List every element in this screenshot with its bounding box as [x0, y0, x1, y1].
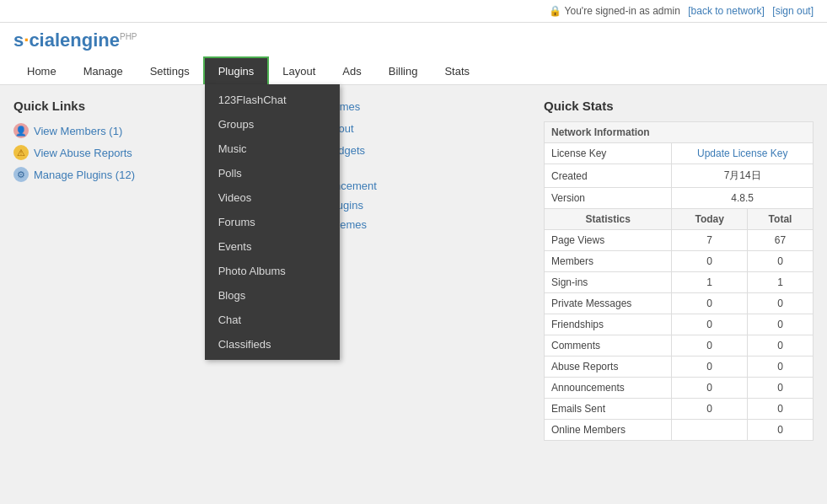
stat-today: 1: [672, 272, 748, 293]
stat-label: Announcements: [545, 378, 672, 399]
nav-home[interactable]: Home: [13, 56, 70, 84]
dropdown-item-photo-albums[interactable]: Photo Albums: [205, 259, 340, 283]
stat-total: 0: [748, 378, 814, 399]
dropdown-item-forums[interactable]: Forums: [205, 210, 340, 234]
stat-today: [672, 420, 748, 441]
dropdown-item-music[interactable]: Music: [205, 137, 340, 161]
logo-text: s·cialengine: [13, 29, 120, 51]
stat-row: Online Members 0: [545, 420, 814, 441]
stat-row: Private Messages 0 0: [545, 293, 814, 314]
sign-out-link[interactable]: [sign out]: [772, 5, 814, 17]
stat-today: 0: [672, 378, 748, 399]
back-to-network-link[interactable]: [back to network]: [688, 5, 765, 17]
today-label: Today: [672, 209, 748, 230]
stat-today: 0: [672, 399, 748, 420]
nav-ads[interactable]: Ads: [329, 56, 374, 84]
stat-total: 67: [748, 230, 814, 251]
stat-row: Announcements 0 0: [545, 378, 814, 399]
dropdown-item-events[interactable]: Events: [205, 234, 340, 259]
stat-row: Comments 0 0: [545, 335, 814, 357]
stat-label: Comments: [545, 335, 672, 357]
lock-icon: 🔒: [549, 5, 561, 17]
dropdown-item-chat[interactable]: Chat: [205, 308, 340, 332]
view-members-label: View Members (1): [34, 125, 122, 137]
stat-total: 0: [748, 251, 814, 272]
stat-label: Sign-ins: [545, 272, 672, 293]
nav-layout[interactable]: Layout: [269, 56, 329, 84]
gear-icon: ⚙: [13, 167, 29, 182]
manage-plugins-label: Manage Plugins (12): [34, 169, 135, 181]
statistics-label: Statistics: [545, 209, 672, 230]
stat-today: 7: [672, 230, 748, 251]
stat-label: Private Messages: [545, 293, 672, 314]
nav-settings[interactable]: Settings: [137, 56, 203, 84]
view-abuse-label: View Abuse Reports: [34, 147, 132, 159]
stat-row: Emails Sent 0 0: [545, 399, 814, 420]
stat-today: 0: [672, 251, 748, 272]
nav-plugins[interactable]: Plugins 123FlashChat Groups Music Polls …: [203, 56, 270, 84]
nav-billing[interactable]: Billing: [375, 56, 432, 84]
topbar: 🔒 You're signed-in as admin [back to net…: [0, 0, 827, 23]
dropdown-item-blogs[interactable]: Blogs: [205, 283, 340, 308]
nav-stats[interactable]: Stats: [431, 56, 483, 84]
alert-icon: ⚠: [13, 145, 29, 160]
plugins-dropdown: 123FlashChat Groups Music Polls Videos F…: [205, 84, 340, 360]
stat-total: 0: [748, 420, 814, 441]
stat-row: Sign-ins 1 1: [545, 272, 814, 293]
version-label: Version: [545, 188, 672, 209]
stat-total: 0: [748, 335, 814, 357]
dropdown-item-classifieds[interactable]: Classifieds: [205, 332, 340, 357]
signed-in-text: You're signed-in as admin: [565, 5, 680, 17]
dropdown-item-videos[interactable]: Videos: [205, 185, 340, 210]
stat-today: 0: [672, 293, 748, 314]
stat-row: Page Views 7 67: [545, 230, 814, 251]
main-nav: Home Manage Settings Plugins 123FlashCha…: [13, 56, 814, 84]
stat-total: 0: [748, 314, 814, 335]
nav-manage[interactable]: Manage: [70, 56, 137, 84]
dropdown-item-groups[interactable]: Groups: [205, 112, 340, 137]
stat-total: 1: [748, 272, 814, 293]
update-license-link[interactable]: Update License Key: [697, 147, 787, 159]
license-key-label: License Key: [545, 143, 672, 164]
quick-stats-title: Quick Stats: [544, 99, 814, 113]
stat-today: 0: [672, 314, 748, 335]
dropdown-item-polls[interactable]: Polls: [205, 161, 340, 185]
created-value: 7月14日: [672, 164, 814, 188]
logo: s·cialenginePHP: [13, 29, 137, 51]
total-label: Total: [748, 209, 814, 230]
stats-table: Network Information License Key Update L…: [544, 121, 814, 441]
network-info-label: Network Information: [545, 122, 814, 143]
php-label: PHP: [120, 32, 137, 41]
stat-today: 0: [672, 357, 748, 378]
stat-row: Friendships 0 0: [545, 314, 814, 335]
stat-label: Page Views: [545, 230, 672, 251]
stat-label: Emails Sent: [545, 399, 672, 420]
stat-row: Abuse Reports 0 0: [545, 357, 814, 378]
main-content: Quick Links 👤 View Members (1) ⚠ View Ab…: [0, 85, 827, 454]
stat-label: Members: [545, 251, 672, 272]
stat-total: 0: [748, 357, 814, 378]
stat-today: 0: [672, 335, 748, 357]
header: s·cialenginePHP Home Manage Settings Plu…: [0, 23, 827, 85]
stat-row: Members 0 0: [545, 251, 814, 272]
person-icon: 👤: [13, 123, 29, 138]
stat-label: Online Members: [545, 420, 672, 441]
stat-label: Abuse Reports: [545, 357, 672, 378]
stat-label: Friendships: [545, 314, 672, 335]
created-label: Created: [545, 164, 672, 188]
dropdown-item-flashchat[interactable]: 123FlashChat: [205, 88, 340, 112]
stat-total: 0: [748, 399, 814, 420]
stat-total: 0: [748, 293, 814, 314]
quick-stats-panel: Quick Stats Network Information License …: [544, 99, 814, 441]
version-value: 4.8.5: [672, 188, 814, 209]
